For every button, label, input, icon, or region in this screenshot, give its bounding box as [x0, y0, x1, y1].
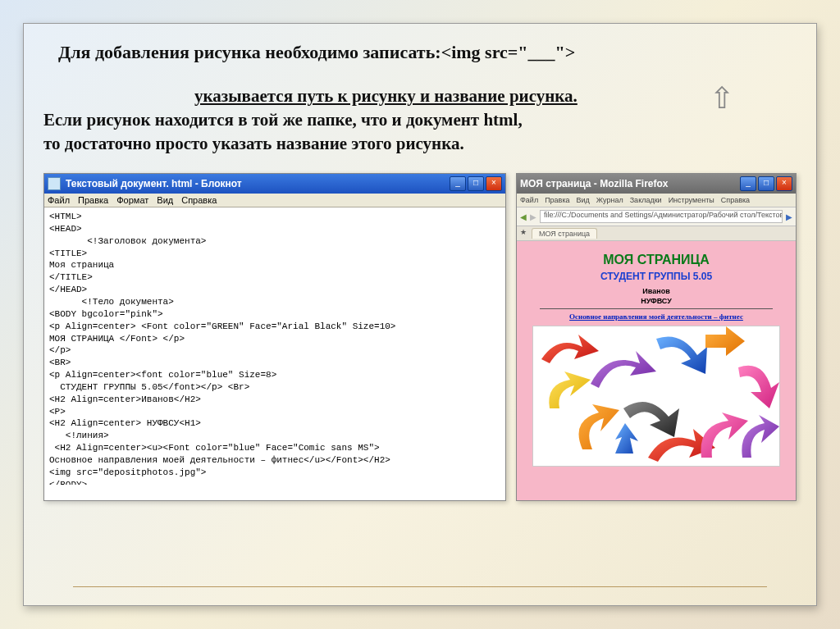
menu-format[interactable]: Формат: [116, 195, 148, 205]
browser-menu-bookmarks[interactable]: Закладки: [630, 196, 662, 204]
back-icon[interactable]: ◀: [520, 212, 527, 221]
page-name: Иванов: [523, 287, 789, 295]
browser-minimize-button[interactable]: _: [740, 176, 756, 191]
tab-strip: ★ МОЯ страница: [517, 226, 796, 241]
screenshots-row: Текстовый документ. html - Блокнот _ □ ×…: [43, 173, 797, 501]
menu-help[interactable]: Справка: [181, 195, 217, 205]
browser-menu-history[interactable]: Журнал: [596, 196, 623, 204]
browser-menubar: Файл Правка Вид Журнал Закладки Инструме…: [517, 194, 796, 207]
arrows-svg: [533, 326, 779, 466]
bookmark-icon[interactable]: ★: [520, 228, 527, 239]
page-org: НУФВСУ: [523, 297, 789, 305]
arrows-image: [532, 326, 780, 467]
page-divider: [540, 308, 773, 309]
window-buttons: _ □ ×: [450, 176, 502, 191]
browser-menu-edit[interactable]: Правка: [545, 196, 569, 204]
browser-menu-view[interactable]: Вид: [577, 196, 590, 204]
page-heading: МОЯ СТРАНИЦА: [523, 253, 789, 267]
notepad-titlebar: Текстовый документ. html - Блокнот _ □ ×: [44, 174, 505, 194]
menu-view[interactable]: Вид: [157, 195, 173, 205]
close-button[interactable]: ×: [486, 176, 502, 191]
heading-img-tag: Для добавления рисунка необходимо записа…: [58, 42, 797, 63]
browser-titlebar: МОЯ страница - Mozilla Firefox _ □ ×: [517, 174, 796, 194]
page-subheading: СТУДЕНТ ГРУППЫ 5.05: [523, 271, 789, 282]
heading-path: указывается путь к рисунку и название ри…: [43, 86, 797, 107]
document-icon: [48, 177, 61, 190]
forward-icon[interactable]: ▶: [530, 212, 536, 221]
browser-menu-help[interactable]: Справка: [721, 196, 750, 204]
browser-close-button[interactable]: ×: [776, 176, 792, 191]
notepad-menubar: Файл Правка Формат Вид Справка: [44, 194, 505, 207]
notepad-window: Текстовый документ. html - Блокнот _ □ ×…: [43, 173, 506, 501]
maximize-button[interactable]: □: [468, 176, 484, 191]
notepad-title: Текстовый документ. html - Блокнот: [66, 178, 450, 189]
minimize-button[interactable]: _: [450, 176, 466, 191]
browser-maximize-button[interactable]: □: [758, 176, 774, 191]
browser-title: МОЯ страница - Mozilla Firefox: [520, 178, 740, 189]
arrow-up-icon: ⇧: [710, 81, 734, 116]
slide: Для добавления рисунка необходимо записа…: [23, 23, 817, 606]
notepad-text-area[interactable]: <HTML> <HEAD> <!Заголовок документа> <TI…: [44, 207, 505, 485]
browser-tab[interactable]: МОЯ страница: [532, 228, 597, 239]
go-icon[interactable]: ▶: [786, 212, 792, 221]
browser-menu-tools[interactable]: Инструменты: [669, 196, 714, 204]
body-line-1: Если рисунок находится в той же папке, ч…: [43, 108, 797, 131]
heading-path-underlined: указывается путь к рисунку и название ри…: [194, 86, 578, 106]
browser-window: МОЯ страница - Mozilla Firefox _ □ × Фай…: [516, 173, 797, 501]
browser-window-buttons: _ □ ×: [740, 176, 792, 191]
menu-edit[interactable]: Правка: [78, 195, 108, 205]
browser-menu-file[interactable]: Файл: [520, 196, 538, 204]
address-input[interactable]: file:///C:/Documents and Settings/Админи…: [540, 210, 783, 223]
body-line-2: то достаточно просто указать название эт…: [43, 132, 797, 155]
address-bar-row: ◀ ▶ file:///C:/Documents and Settings/Ад…: [517, 207, 796, 226]
rendered-page: МОЯ СТРАНИЦА СТУДЕНТ ГРУППЫ 5.05 Иванов …: [517, 241, 796, 500]
footer-divider: [73, 586, 767, 587]
page-link[interactable]: Основное направления моей деятельности –…: [523, 312, 789, 321]
menu-file[interactable]: Файл: [48, 195, 70, 205]
